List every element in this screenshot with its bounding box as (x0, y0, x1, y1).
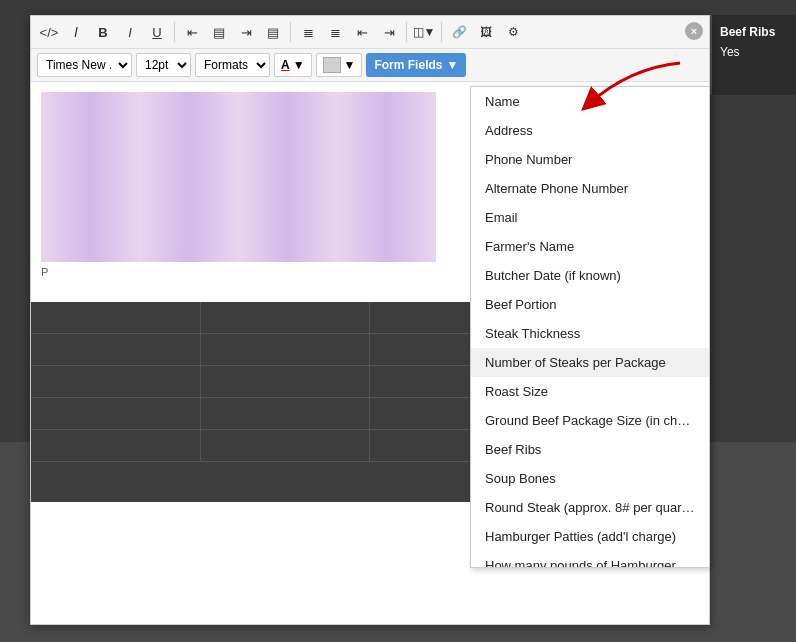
dropdown-item-phone[interactable]: Phone Number (471, 145, 709, 174)
list-unordered-btn[interactable]: ≣ (296, 20, 320, 44)
form-fields-button[interactable]: Form Fields ▼ (366, 53, 466, 77)
table-cell (31, 302, 201, 333)
underline-btn[interactable]: U (145, 20, 169, 44)
close-button[interactable]: × (685, 22, 703, 40)
table-cell (31, 334, 201, 365)
sidebar-beef-ribs-value: Yes (720, 45, 788, 59)
bold-btn[interactable]: B (91, 20, 115, 44)
table-cell (201, 334, 371, 365)
table-btn[interactable]: ◫▼ (412, 20, 436, 44)
font-color-arrow: ▼ (293, 58, 305, 72)
formats-select[interactable]: Formats Paragraph Heading 1 Heading 2 (195, 53, 270, 77)
dropdown-item-alt-phone[interactable]: Alternate Phone Number (471, 174, 709, 203)
table-cell (201, 398, 371, 429)
divider3 (406, 22, 407, 42)
bg-color-arrow: ▼ (344, 58, 356, 72)
dropdown-item-beef-portion[interactable]: Beef Portion (471, 290, 709, 319)
italic-alt-btn[interactable]: I (64, 20, 88, 44)
font-color-icon: A (281, 58, 290, 72)
align-justify-btn[interactable]: ▤ (261, 20, 285, 44)
dropdown-item-butcher-date[interactable]: Butcher Date (if known) (471, 261, 709, 290)
more-btn[interactable]: ⚙ (501, 20, 525, 44)
form-fields-dropdown: Name Address Phone Number Alternate Phon… (470, 86, 710, 568)
form-fields-label: Form Fields (374, 58, 442, 72)
divider2 (290, 22, 291, 42)
table-cell (31, 398, 201, 429)
table-cell (201, 302, 371, 333)
table-cell (201, 366, 371, 397)
dropdown-item-soup-bones[interactable]: Soup Bones (471, 464, 709, 493)
table-cell (201, 430, 371, 461)
bg-color-button[interactable]: ▼ (316, 53, 363, 77)
dropdown-item-address[interactable]: Address (471, 116, 709, 145)
dropdown-item-email[interactable]: Email (471, 203, 709, 232)
dropdown-item-beef-ribs[interactable]: Beef Ribs (471, 435, 709, 464)
toolbar-row2: Times New ... Arial Verdana Georgia 8pt … (31, 49, 709, 82)
dropdown-item-steak-thickness[interactable]: Steak Thickness (471, 319, 709, 348)
toolbar-row1: </> I B I U ⇤ ▤ ⇥ ▤ ≣ ≣ ⇤ ⇥ ◫▼ 🔗 🖼 ⚙ (31, 16, 709, 49)
image-btn[interactable]: 🖼 (474, 20, 498, 44)
align-left-btn[interactable]: ⇤ (180, 20, 204, 44)
font-color-button[interactable]: A ▼ (274, 53, 312, 77)
dropdown-item-roast-size[interactable]: Roast Size (471, 377, 709, 406)
align-center-btn[interactable]: ▤ (207, 20, 231, 44)
sidebar-beef-ribs-label: Beef Ribs (720, 25, 788, 39)
code-btn[interactable]: </> (37, 20, 61, 44)
dropdown-item-ground-beef-pkg[interactable]: Ground Beef Package Size (in chubs) (471, 406, 709, 435)
right-sidebar: Beef Ribs Yes (710, 15, 796, 95)
form-fields-arrow-icon: ▼ (446, 58, 458, 72)
table-cell (31, 430, 201, 461)
dropdown-item-hamburger-pounds[interactable]: How many pounds of Hamburger Patties w..… (471, 551, 709, 567)
table-cell (31, 366, 201, 397)
align-right-btn[interactable]: ⇥ (234, 20, 258, 44)
divider4 (441, 22, 442, 42)
dropdown-item-steaks-per-pkg[interactable]: Number of Steaks per Package (471, 348, 709, 377)
indent-increase-btn[interactable]: ⇥ (377, 20, 401, 44)
indent-decrease-btn[interactable]: ⇤ (350, 20, 374, 44)
bg-color-swatch (323, 57, 341, 73)
link-btn[interactable]: 🔗 (447, 20, 471, 44)
list-ordered-btn[interactable]: ≣ (323, 20, 347, 44)
dropdown-item-hamburger-patties[interactable]: Hamburger Patties (add'l charge) (471, 522, 709, 551)
font-family-select[interactable]: Times New ... Arial Verdana Georgia (37, 53, 132, 77)
dropdown-item-farmer-name[interactable]: Farmer's Name (471, 232, 709, 261)
font-size-select[interactable]: 8pt 10pt 12pt 14pt 16pt (136, 53, 191, 77)
divider1 (174, 22, 175, 42)
dropdown-item-round-steak[interactable]: Round Steak (approx. 8# per quarter) (471, 493, 709, 522)
italic-btn[interactable]: I (118, 20, 142, 44)
editor-image (41, 92, 436, 262)
dropdown-item-name[interactable]: Name (471, 87, 709, 116)
dropdown-list[interactable]: Name Address Phone Number Alternate Phon… (471, 87, 709, 567)
